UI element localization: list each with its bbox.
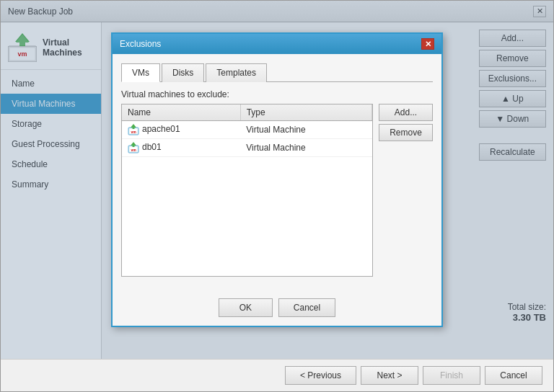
- cancel-button[interactable]: Cancel: [485, 366, 542, 385]
- bottom-bar: < Previous Next > Finish Cancel: [1, 359, 553, 391]
- table-header-row: Name Type: [122, 104, 372, 121]
- table-cell-name: vm apache01: [122, 121, 240, 139]
- modal-ok-button[interactable]: OK: [219, 298, 273, 317]
- modal-cancel-button[interactable]: Cancel: [278, 298, 335, 317]
- section-label: Virtual machines to exclude:: [121, 89, 433, 99]
- tab-templates[interactable]: Templates: [206, 63, 267, 82]
- exclusions-table: Name Type vm apache01Virtual Machine vm …: [122, 104, 372, 157]
- previous-button[interactable]: < Previous: [285, 366, 356, 385]
- modal-footer: OK Cancel: [113, 293, 441, 326]
- modal-close-button[interactable]: ✕: [421, 38, 434, 50]
- tab-disks[interactable]: Disks: [162, 63, 204, 82]
- modal-side-buttons: Add... Remove: [379, 104, 433, 284]
- modal-remove-button[interactable]: Remove: [379, 124, 433, 141]
- table-cell-name: vm db01: [122, 139, 240, 157]
- exclusions-table-container: Name Type vm apache01Virtual Machine vm …: [121, 104, 373, 277]
- table-row[interactable]: vm apache01Virtual Machine: [122, 121, 372, 139]
- finish-button[interactable]: Finish: [423, 366, 480, 385]
- next-button[interactable]: Next >: [361, 366, 418, 385]
- tab-vms[interactable]: VMs: [121, 63, 160, 82]
- table-cell-type: Virtual Machine: [240, 139, 371, 157]
- modal-body: VMs Disks Templates Virtual machines to …: [113, 54, 441, 293]
- modal-title: Exclusions: [120, 39, 161, 49]
- tab-bar: VMs Disks Templates: [121, 63, 433, 82]
- table-area: Name Type vm apache01Virtual Machine vm …: [121, 104, 433, 284]
- svg-text:vm: vm: [131, 130, 136, 134]
- vm-small-icon: vm: [128, 124, 139, 135]
- modal-add-button[interactable]: Add...: [379, 104, 433, 121]
- table-cell-type: Virtual Machine: [240, 121, 371, 139]
- exclusions-modal: Exclusions ✕ VMs Disks Templates Virtual…: [111, 32, 443, 327]
- table-row[interactable]: vm db01Virtual Machine: [122, 139, 372, 157]
- col-type-header: Type: [240, 104, 371, 121]
- col-name-header: Name: [122, 104, 240, 121]
- modal-title-bar: Exclusions ✕: [113, 34, 441, 54]
- main-window: New Backup Job ✕ vm Virtual Machine: [0, 0, 554, 392]
- modal-overlay: Exclusions ✕ VMs Disks Templates Virtual…: [1, 1, 553, 359]
- vm-small-icon: vm: [128, 142, 139, 153]
- svg-text:vm: vm: [131, 148, 136, 152]
